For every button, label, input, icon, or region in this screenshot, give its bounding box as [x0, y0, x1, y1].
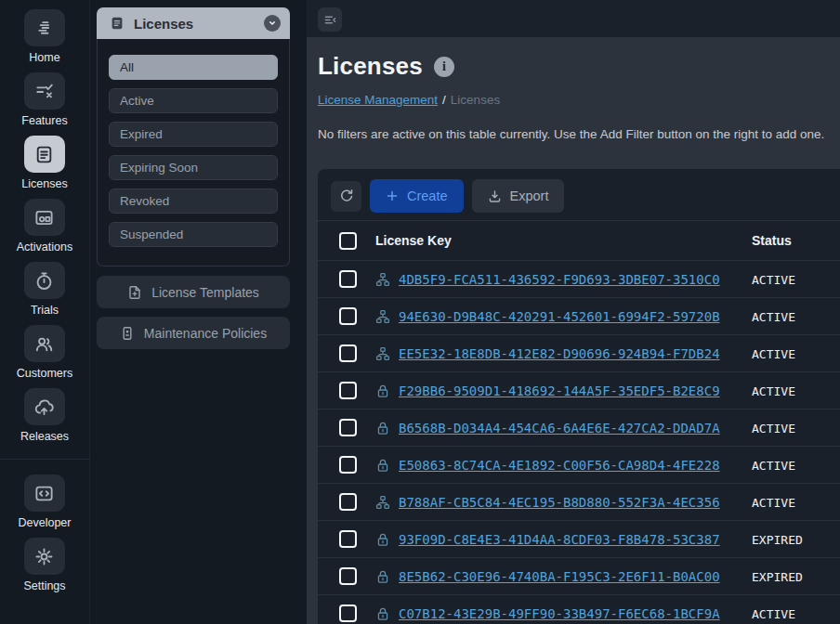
licenses-icon — [34, 145, 54, 164]
sidebar-item-customers[interactable]: Customers — [17, 325, 72, 380]
filter-panel-title: Licenses — [134, 16, 264, 32]
licenses-filter-panel: Licenses AllActiveExpiredExpiring SoonRe… — [97, 7, 290, 266]
select-all-checkbox[interactable] — [339, 232, 357, 250]
row-checkbox[interactable] — [339, 493, 357, 511]
sidebar-item-label: Releases — [20, 430, 69, 443]
license-templates-button[interactable]: License Templates — [97, 276, 290, 308]
table-row: E50863-8C74CA-4E1892-C00F56-CA98D4-4FE22… — [318, 447, 840, 484]
license-key-link[interactable]: F29BB6-9509D1-418692-144A5F-35EDF5-B2E8C… — [399, 384, 720, 398]
lock-icon — [375, 532, 390, 547]
license-key-link[interactable]: B6568B-D034A4-454CA6-6A4E6E-427CA2-DDAD7… — [399, 421, 720, 436]
table-row: F29BB6-9509D1-418692-144A5F-35EDF5-B2E8C… — [318, 372, 840, 410]
table-header-row: License Key Status — [318, 221, 840, 261]
breadcrumb-separator: / — [442, 93, 446, 107]
license-table-body: 4DB5F9-FCA511-436592-F9D693-3DBE07-3510C… — [318, 261, 840, 624]
filter-expiring-soon[interactable]: Expiring Soon — [109, 155, 278, 180]
status-cell: ACTIVE — [752, 459, 795, 473]
sidebar-item-activations[interactable]: Activations — [17, 199, 72, 254]
table-toolbar: Create Export — [318, 169, 840, 217]
lock-icon — [375, 606, 390, 621]
table-row: EE5E32-18E8DB-412E82-D90696-924B94-F7DB2… — [318, 335, 840, 372]
trials-icon — [34, 271, 54, 291]
filter-all[interactable]: All — [109, 55, 278, 80]
sidebar-item-features[interactable]: Features — [17, 72, 72, 127]
row-checkbox[interactable] — [339, 307, 357, 325]
filter-panel-column: Licenses AllActiveExpiredExpiring SoonRe… — [90, 0, 307, 624]
status-cell: ACTIVE — [752, 422, 795, 436]
table-row: B6568B-D034A4-454CA6-6A4E6E-427CA2-DDAD7… — [318, 410, 840, 447]
lock-icon — [375, 458, 390, 473]
license-key-link[interactable]: B788AF-CB5C84-4EC195-B8D880-552F3A-4EC35… — [399, 495, 720, 510]
licenses-note-icon — [110, 16, 125, 31]
lock-icon — [375, 421, 390, 436]
sidebar-item-home[interactable]: Home — [17, 9, 72, 64]
page-title: Licenses — [318, 52, 423, 81]
maintenance-policies-button[interactable]: Maintenance Policies — [97, 317, 290, 349]
table-row: C07B12-43E29B-49FF90-33B497-F6EC68-1BCF9… — [318, 595, 840, 624]
breadcrumb-link-license-management[interactable]: License Management — [318, 93, 438, 107]
status-cell: EXPIRED — [752, 533, 803, 547]
create-button[interactable]: Create — [370, 179, 464, 213]
row-checkbox[interactable] — [339, 270, 357, 288]
license-key-link[interactable]: EE5E32-18E8DB-412E82-D90696-924B94-F7DB2… — [399, 346, 720, 361]
license-key-link[interactable]: C07B12-43E29B-49FF90-33B497-F6EC68-1BCF9… — [399, 606, 720, 621]
licenses-table-card: Create Export License Key Status — [318, 169, 840, 624]
row-checkbox[interactable] — [339, 567, 357, 585]
file-plus-icon — [127, 285, 142, 300]
sidebar-item-label: Trials — [31, 304, 59, 317]
sidebar-item-licenses[interactable]: Licenses — [17, 136, 72, 190]
breadcrumb: License Management/Licenses — [318, 93, 840, 107]
row-checkbox[interactable] — [339, 382, 357, 399]
policy-card-icon — [120, 326, 135, 341]
sidebar-item-label: Features — [21, 114, 67, 127]
sidebar-item-label: Licenses — [21, 177, 67, 190]
sidebar-item-trials[interactable]: Trials — [17, 262, 72, 317]
settings-icon — [34, 547, 54, 566]
filter-expired[interactable]: Expired — [109, 122, 278, 147]
row-checkbox[interactable] — [339, 456, 357, 474]
sidebar-nav: HomeFeaturesLicensesActivationsTrialsCus… — [17, 9, 72, 451]
row-checkbox[interactable] — [339, 604, 357, 622]
sidebar-item-developer[interactable]: Developer — [19, 474, 72, 529]
panel-collapse-button[interactable] — [264, 15, 281, 32]
sidebar-item-label: Customers — [17, 367, 72, 380]
row-checkbox[interactable] — [339, 419, 357, 436]
caret-down-icon — [268, 19, 277, 28]
page-content: Licenses i License Management/Licenses N… — [307, 37, 840, 624]
table-row: 93F09D-C8E4E3-41D4AA-8CDF03-F8B478-53C38… — [318, 521, 840, 558]
license-key-link[interactable]: 94E630-D9B48C-420291-452601-6994F2-59720… — [399, 309, 720, 324]
licenses-table: License Key Status 4DB5F9-FCA511-436592-… — [318, 220, 840, 624]
refresh-icon — [339, 188, 354, 203]
license-key-link[interactable]: E50863-8C74CA-4E1892-C00F56-CA98D4-4FE22… — [399, 458, 720, 473]
row-checkbox[interactable] — [339, 344, 357, 362]
filter-revoked[interactable]: Revoked — [109, 188, 278, 214]
table-row: B788AF-CB5C84-4EC195-B8D880-552F3A-4EC35… — [318, 484, 840, 521]
row-checkbox[interactable] — [339, 530, 357, 548]
plus-icon — [386, 189, 399, 202]
sitemap-icon — [375, 309, 390, 324]
top-bar — [307, 0, 840, 37]
refresh-button[interactable] — [331, 181, 361, 212]
export-button[interactable]: Export — [472, 179, 565, 213]
filter-panel-header: Licenses — [97, 7, 290, 39]
main-area: Licenses i License Management/Licenses N… — [307, 0, 840, 624]
collapse-panel-icon — [323, 13, 337, 27]
sitemap-icon — [375, 495, 390, 510]
sitemap-icon — [375, 272, 390, 287]
status-cell: ACTIVE — [752, 273, 795, 287]
sidebar-item-releases[interactable]: Releases — [17, 388, 72, 443]
filter-active[interactable]: Active — [109, 88, 278, 113]
license-key-link[interactable]: 4DB5F9-FCA511-436592-F9D693-3DBE07-3510C… — [399, 272, 720, 287]
sidebar-toggle-button[interactable] — [318, 7, 342, 32]
lock-icon — [375, 569, 390, 584]
license-key-link[interactable]: 93F09D-C8E4E3-41D4AA-8CDF03-F8B478-53C38… — [399, 532, 720, 547]
sidebar-item-settings[interactable]: Settings — [19, 538, 72, 592]
sidebar-item-label: Settings — [23, 579, 65, 592]
info-icon[interactable]: i — [434, 57, 454, 77]
status-cell: ACTIVE — [752, 347, 795, 361]
filter-suspended[interactable]: Suspended — [109, 222, 278, 247]
customers-icon — [34, 334, 54, 354]
sidebar-divider — [0, 459, 90, 460]
license-key-link[interactable]: 8E5B62-C30E96-4740BA-F195C3-2E6F11-B0AC0… — [399, 569, 720, 584]
filter-notice: No filters are active on this table curr… — [318, 127, 840, 141]
